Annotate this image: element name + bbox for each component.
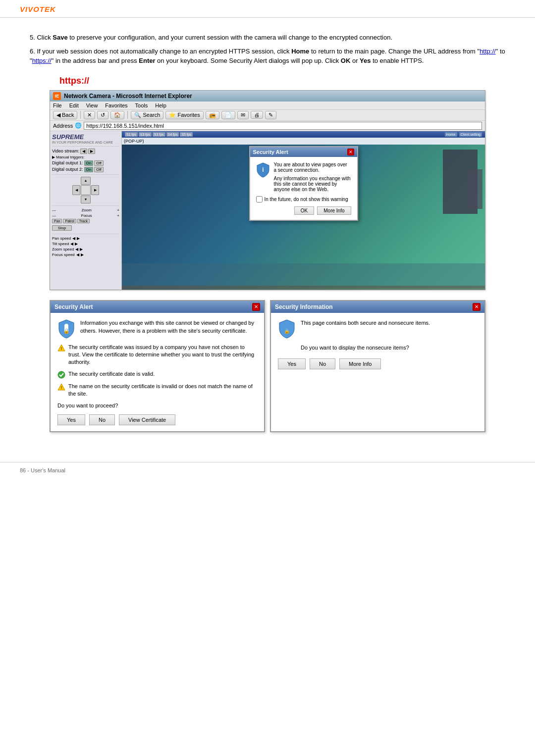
print-button[interactable]: 🖨: [251, 111, 263, 119]
security-info-body: 🔒 This page contains both secure and non…: [271, 313, 484, 375]
toolbar-x-button[interactable]: ✕: [84, 111, 95, 119]
alert-text2: Any information you exchange with this s…: [274, 176, 351, 192]
zoom-speed-minus[interactable]: ◀: [75, 247, 78, 252]
page-header: VIVOTEK: [0, 0, 535, 18]
ptz-down[interactable]: ▼: [81, 196, 91, 203]
zoom-speed-plus[interactable]: ▶: [80, 247, 83, 252]
security-info-question: Do you want to display the nonsecure ite…: [301, 345, 478, 351]
security-info-shield-icon: 🔒: [278, 319, 296, 339]
search-button[interactable]: 🔍 Search: [131, 111, 163, 119]
stream-rate-buttons: S1 fps S3 fps S3 fps S4 fps S5 fps: [125, 132, 193, 137]
warning-icon-2: !: [57, 383, 65, 391]
ptz-right[interactable]: ▶: [91, 185, 99, 195]
http-link: http://: [480, 48, 496, 55]
track-btn[interactable]: Track: [77, 219, 90, 223]
stream-next[interactable]: ▶: [88, 149, 95, 154]
media-button[interactable]: 📻: [206, 111, 219, 119]
do1-off[interactable]: Off: [94, 160, 104, 166]
digital-output-1-row: Digital output 1: On Off: [52, 160, 119, 166]
focus-row: — Focus +: [52, 213, 119, 218]
tilt-speed-minus[interactable]: ◀: [70, 242, 73, 246]
address-label: Address: [53, 123, 73, 129]
security-alert-icon-row: 🔒 Information you exchange with this sit…: [57, 319, 257, 339]
ok-icon: [57, 371, 65, 379]
security-alert-close[interactable]: ✕: [252, 303, 260, 311]
home-button[interactable]: 🏠: [110, 111, 124, 119]
focus-speed-minus[interactable]: ◀: [76, 252, 79, 257]
menu-favorites[interactable]: Favorites: [105, 102, 127, 108]
do2-off[interactable]: Off: [94, 167, 104, 172]
zoom-plus[interactable]: +: [117, 208, 119, 212]
mail-button[interactable]: ✉: [237, 111, 249, 119]
pan-speed-plus[interactable]: ▶: [77, 236, 80, 241]
ptz-left[interactable]: ◀: [72, 185, 80, 195]
alert-in-browser-title: Security Alert: [253, 149, 288, 155]
ok-bold: OK: [341, 57, 351, 64]
browser-window: IE Network Camera - Microsoft Internet E…: [50, 90, 485, 290]
stream-prev[interactable]: ◀: [80, 149, 87, 154]
edit-button[interactable]: ✎: [265, 111, 276, 119]
security-info-close[interactable]: ✕: [473, 303, 481, 311]
rate-s4[interactable]: S4 fps: [166, 132, 179, 137]
favorites-button[interactable]: ⭐ Favorites: [165, 111, 203, 119]
back-button[interactable]: ◀ Back: [53, 111, 77, 119]
security-info-no-btn[interactable]: No: [310, 358, 335, 369]
menu-help[interactable]: Help: [155, 102, 166, 108]
history-button[interactable]: 📄: [221, 111, 235, 119]
rate-s1[interactable]: S1 fps: [125, 132, 138, 137]
security-info-yes-btn[interactable]: Yes: [278, 358, 306, 369]
divider2: [52, 174, 119, 175]
address-input[interactable]: [84, 122, 482, 130]
do2-on[interactable]: On: [84, 167, 94, 172]
browser-menubar: File Edit View Favorites Tools Help: [50, 101, 485, 110]
rate-s5[interactable]: S5 fps: [180, 132, 193, 137]
future-warning-label: In the future, do not show this warning: [265, 197, 348, 202]
browser-toolbar: ◀ Back ✕ ↺ 🏠 🔍 Search ⭐ Favorites 📻 📄 ✉ …: [50, 110, 485, 121]
future-warning-checkbox[interactable]: [256, 196, 263, 202]
alert-in-browser-close[interactable]: ✕: [347, 149, 354, 155]
focus-plus[interactable]: +: [117, 213, 119, 218]
zoom-minus[interactable]: —: [52, 208, 56, 212]
browser-app-icon: IE: [53, 92, 61, 100]
address-icon: 🌐: [75, 122, 82, 129]
patrol-btn[interactable]: Patrol: [63, 219, 76, 223]
stop-btn[interactable]: Stop: [52, 225, 72, 231]
camera-brand: SUPREME: [52, 133, 119, 141]
rate-s2[interactable]: S3 fps: [139, 132, 152, 137]
menu-file[interactable]: File: [53, 102, 62, 108]
ptz-up[interactable]: ▲: [81, 177, 91, 185]
menu-view[interactable]: View: [86, 102, 98, 108]
security-info-main-text: This page contains both secure and nonse…: [301, 319, 430, 327]
home-cam-btn[interactable]: Home: [445, 132, 457, 137]
security-alert-no-btn[interactable]: No: [89, 414, 115, 425]
manual-triggers: ▶ Manual triggers:: [52, 155, 119, 159]
more-info-button-browser-alert[interactable]: More Info: [317, 206, 351, 215]
focus-minus[interactable]: —: [52, 213, 56, 218]
client-settings-btn[interactable]: Client setting: [459, 132, 482, 137]
security-info-dialog: Security Information ✕ 🔒 This page conta…: [270, 300, 485, 433]
digital-output-2-label: Digital output 2:: [52, 167, 83, 172]
menu-edit[interactable]: Edit: [69, 102, 79, 108]
menu-tools[interactable]: Tools: [135, 102, 148, 108]
pan-btn[interactable]: Pan: [52, 219, 62, 223]
browser-titlebar: IE Network Camera - Microsoft Internet E…: [50, 91, 485, 101]
digital-output-1-label: Digital output 1:: [52, 160, 83, 165]
focus-speed-plus[interactable]: ▶: [81, 252, 84, 257]
pan-speed-minus[interactable]: ◀: [72, 236, 75, 241]
rate-s3[interactable]: S3 fps: [153, 132, 165, 137]
ok-text: The security certificate date is valid.: [68, 370, 155, 378]
security-info-more-info-btn[interactable]: More Info: [339, 358, 381, 369]
refresh-button[interactable]: ↺: [97, 111, 108, 119]
svg-text:i: i: [262, 166, 264, 173]
svg-text:!: !: [61, 346, 62, 351]
view-certificate-btn[interactable]: View Certificate: [119, 414, 175, 425]
ok-button-browser-alert[interactable]: OK: [294, 206, 314, 215]
warning-text-2: The name on the security certificate is …: [68, 383, 257, 398]
toolbar-separator2: [127, 111, 128, 119]
divider4: [52, 234, 119, 234]
tilt-speed-plus[interactable]: ▶: [75, 242, 78, 246]
do1-on[interactable]: On: [84, 160, 94, 166]
security-alert-yes-btn[interactable]: Yes: [57, 414, 85, 425]
water-area: [122, 263, 485, 288]
instruction-list: Click Save to preserve your configuratio…: [30, 33, 505, 66]
